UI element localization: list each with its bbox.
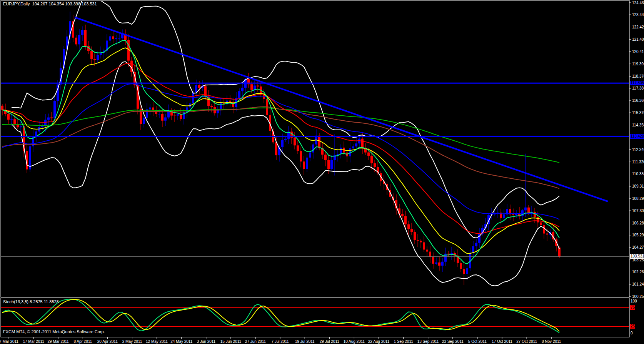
date-axis-label[interactable]: 19 Jul 2011 <box>295 339 315 344</box>
price-axis-label[interactable]: 120.410 <box>632 50 644 54</box>
date-axis-label[interactable]: 13 Sep 2011 <box>417 339 439 344</box>
date-axis-label[interactable]: 20 Apr 2011 <box>97 339 118 344</box>
price-axis-label[interactable]: 102.260 <box>632 270 644 274</box>
price-level-tag: 103.531 <box>630 254 644 259</box>
date-axis-label[interactable]: 29 Mar 2011 <box>47 339 69 344</box>
date-axis-label[interactable]: 17 Oct 2011 <box>492 339 512 344</box>
main-chart-pane[interactable] <box>1 0 629 286</box>
price-level-tag: 113.428 <box>630 134 644 139</box>
mt4-chart-window: { "ui": { "title": "EURJPY,Daily 104.267… <box>0 0 644 344</box>
descending-trendline[interactable] <box>75 17 608 201</box>
date-axis-label[interactable]: 24 May 2011 <box>170 339 193 344</box>
bollinger-upper-band <box>12 0 559 238</box>
price-axis-label[interactable]: 105.290 <box>632 233 644 237</box>
price-axis-label[interactable]: 108.290 <box>632 196 644 201</box>
stoch-scale-label: 75 <box>630 305 635 310</box>
price-axis-label[interactable]: 110.330 <box>632 172 644 176</box>
price-axis-label[interactable]: 107.300 <box>632 209 644 213</box>
date-axis-label[interactable]: 8 Nov 2011 <box>542 339 561 344</box>
stoch-indicator-label: Stoch(13,3,5) 8.2575 11.8528 <box>3 299 59 304</box>
main-pane-border <box>1 0 629 297</box>
price-axis-label[interactable]: 101.240 <box>632 282 644 286</box>
price-axis-label[interactable]: 100.250 <box>632 294 644 299</box>
date-axis-label[interactable]: 29 Jul 2011 <box>320 339 339 344</box>
date-axis-label[interactable]: 12 May 2011 <box>146 339 168 344</box>
date-axis-label[interactable]: 5 Oct 2011 <box>468 339 487 344</box>
price-axis-label[interactable]: 106.280 <box>632 221 644 225</box>
price-axis-label[interactable]: 122.420 <box>632 25 644 29</box>
price-axis-label[interactable]: 112.340 <box>632 148 644 152</box>
price-axis-label[interactable]: 104.270 <box>632 245 644 249</box>
price-axis-label[interactable]: 118.370 <box>632 74 644 78</box>
date-axis-label[interactable]: 3 Jun 2011 <box>197 339 215 344</box>
ema-fast-line <box>2 40 559 264</box>
copyright-text: FXCM MT4, © 2001-2011 MetaQuotes Softwar… <box>3 329 105 334</box>
price-axis-label[interactable]: 124.430 <box>632 1 644 5</box>
chart-title: EURJPY,Daily 104.267 104.354 103.398 103… <box>3 2 97 6</box>
date-axis-label[interactable]: 10 Aug 2011 <box>344 339 365 344</box>
date-axis-label[interactable]: 7 Jul 2011 <box>271 339 289 344</box>
stoch-scale-label: 100 <box>630 299 637 304</box>
price-level-tag: 117.805 <box>630 81 644 85</box>
date-axis-label[interactable]: 7 Mar 2011 <box>0 339 18 344</box>
price-axis-label[interactable]: 123.440 <box>632 13 644 17</box>
price-axis-label[interactable]: 111.320 <box>632 160 644 164</box>
price-axis-label[interactable]: 114.350 <box>632 123 644 127</box>
price-axis-label[interactable]: 116.360 <box>632 98 644 103</box>
date-axis-label[interactable]: 17 Mar 2011 <box>23 339 44 344</box>
price-axis-label[interactable]: 115.370 <box>632 111 644 115</box>
price-axis-label[interactable]: 119.390 <box>632 62 644 66</box>
date-axis-label[interactable]: 22 Aug 2011 <box>368 339 390 344</box>
date-axis-label[interactable]: 1 Sep 2011 <box>394 339 413 344</box>
ema-blue-line <box>2 84 559 219</box>
date-axis-label[interactable]: 15 Jun 2011 <box>220 339 242 344</box>
stoch-scale-label: 25 <box>630 324 635 329</box>
price-axis-label[interactable]: 109.310 <box>632 184 644 188</box>
date-axis-label[interactable]: 8 Apr 2011 <box>73 339 92 344</box>
price-axis-label[interactable]: 117.380 <box>632 86 644 90</box>
stoch-main-line <box>2 299 559 333</box>
stoch-scale-label: 0 <box>630 331 633 336</box>
chart-canvas[interactable]: 124.430123.440122.420121.400120.410119.3… <box>0 0 644 344</box>
date-axis-label[interactable]: 23 Sep 2011 <box>442 339 464 344</box>
date-axis-label[interactable]: 27 Jun 2011 <box>245 339 266 344</box>
bollinger-lower-band <box>12 61 559 286</box>
stochastic-pane[interactable] <box>2 299 559 333</box>
date-axis-label[interactable]: 2 May 2011 <box>122 339 142 344</box>
date-axis-label[interactable]: 27 Oct 2011 <box>516 339 537 344</box>
price-axis-label[interactable]: 121.400 <box>632 37 644 42</box>
